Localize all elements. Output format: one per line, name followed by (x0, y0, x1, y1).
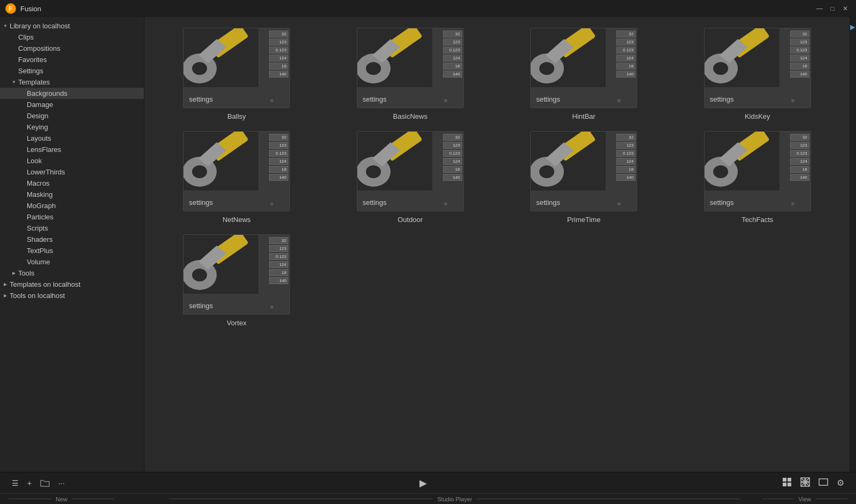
settings-button[interactable]: ⚙ (834, 476, 847, 490)
menu-button[interactable]: ☰ (9, 477, 22, 490)
thumb-settings-label-basicnews: settings (363, 95, 387, 103)
num-4-netnews: 18 (269, 166, 288, 173)
sidebar-label-keying: Keying (27, 123, 48, 131)
sidebar-item-favorites[interactable]: Favorites (0, 54, 144, 65)
num-0-outdoor: 32 (443, 134, 462, 141)
wrench-icon-basicnews (357, 28, 435, 90)
grid-item-hintbar[interactable]: 321230.12312418140settingsHintBar (502, 28, 666, 120)
thumb-ballsy: 321230.12312418140settings (183, 28, 290, 108)
thumb-numbers-outdoor: 321230.12312418140 (443, 134, 462, 181)
num-2-basicnews: 0.123 (443, 47, 462, 54)
scroll-right-arrow[interactable]: ► (849, 22, 856, 32)
num-1-techfacts: 123 (790, 142, 809, 149)
thumb-kidskey: 321230.12312418140settings (704, 28, 811, 108)
num-0-ballsy: 32 (269, 30, 288, 37)
sidebar-label-lensflares: LensFlares (27, 146, 61, 154)
maximize-button[interactable]: □ (827, 3, 838, 14)
num-4-outdoor: 18 (443, 166, 462, 173)
sidebar-label-look: Look (27, 157, 42, 165)
thumb-settings-label-vortex: settings (189, 302, 213, 310)
titlebar: F Fusion — □ ✕ (0, 0, 856, 17)
ellipsis-button[interactable]: ··· (55, 477, 68, 490)
sidebar-label-lowerthirds: LowerThirds (27, 168, 65, 176)
sidebar-label-particles: Particles (27, 213, 54, 221)
sidebar-item-tools-localhost[interactable]: ▶Tools on localhost (0, 290, 144, 301)
num-5-basicnews: 140 (443, 71, 462, 78)
grid-item-ballsy[interactable]: 321230.12312418140settingsBallsy (155, 28, 318, 120)
thumb-inner-primetime: 321230.12312418140settings (531, 132, 637, 211)
num-2-ballsy: 0.123 (269, 47, 288, 54)
thumb-dot-vortex (270, 306, 273, 309)
sidebar-item-clips[interactable]: Clips (0, 32, 144, 43)
sidebar-item-keying[interactable]: Keying (0, 121, 144, 133)
window-view-button[interactable] (815, 475, 831, 491)
svg-text:F: F (9, 6, 12, 12)
thumb-settings-label-outdoor: settings (363, 198, 387, 207)
sidebar-item-lowerthirds[interactable]: LowerThirds (0, 166, 144, 178)
cross-view-button[interactable] (797, 475, 813, 491)
sidebar-item-particles[interactable]: Particles (0, 211, 144, 223)
sidebar-item-shaders[interactable]: Shaders (0, 234, 144, 245)
sidebar-item-library-localhost[interactable]: ▼Library on localhost (0, 20, 144, 32)
num-3-outdoor: 124 (443, 158, 462, 165)
sidebar-item-lensflares[interactable]: LensFlares (0, 144, 144, 155)
sidebar-item-compositions[interactable]: Compositions (0, 43, 144, 54)
thumb-numbers-primetime: 321230.12312418140 (616, 134, 636, 181)
sidebar-item-templates-localhost[interactable]: ▶Templates on localhost (0, 279, 144, 290)
sidebar-item-design[interactable]: Design (0, 110, 144, 121)
close-button[interactable]: ✕ (840, 3, 851, 14)
num-1-ballsy: 123 (269, 39, 288, 45)
sidebar-item-backgrounds[interactable]: Backgrounds (0, 88, 144, 99)
svg-point-35 (539, 165, 554, 178)
sidebar-item-textplus[interactable]: TextPlus (0, 245, 144, 256)
grid-item-techfacts[interactable]: 321230.12312418140settingsTechFacts (676, 131, 839, 224)
arrow-icon-tools-localhost: ▶ (2, 293, 9, 298)
sidebar-item-macros[interactable]: Macros (0, 178, 144, 189)
grid-item-outdoor[interactable]: 321230.12312418140settingsOutdoor (329, 131, 492, 224)
new-left-divider (9, 499, 51, 499)
play-button[interactable]: ▶ (411, 475, 435, 491)
bottom-center-controls: ▶ (68, 475, 779, 491)
sidebar-item-look[interactable]: Look (0, 155, 144, 166)
sidebar-item-mograph[interactable]: MoGraph (0, 200, 144, 211)
thumb-vortex: 321230.12312418140settings (183, 234, 290, 315)
num-4-ballsy: 18 (269, 63, 288, 70)
sidebar-item-masking[interactable]: Masking (0, 189, 144, 200)
grid-item-basicnews[interactable]: 321230.12312418140settingsBasicNews (329, 28, 492, 120)
svg-point-25 (192, 165, 207, 178)
sidebar-label-templates-localhost: Templates on localhost (10, 280, 80, 288)
sidebar-item-scripts[interactable]: Scripts (0, 223, 144, 234)
thumb-outdoor: 321230.12312418140settings (357, 131, 464, 211)
thumb-dot-ballsy (270, 99, 273, 102)
grid-item-netnews[interactable]: 321230.12312418140settingsNetNews (155, 131, 318, 224)
num-4-vortex: 18 (269, 269, 288, 276)
num-3-netnews: 124 (269, 158, 288, 165)
sidebar-label-masking: Masking (27, 190, 52, 198)
grid-item-kidskey[interactable]: 321230.12312418140settingsKidsKey (676, 28, 839, 120)
num-5-vortex: 140 (269, 277, 288, 284)
sidebar-item-templates[interactable]: ▼Templates (0, 77, 144, 88)
studio-right-divider (477, 499, 740, 499)
folder-button[interactable] (37, 477, 53, 490)
thumb-dot-hintbar (617, 99, 621, 102)
thumb-dot-techfacts (791, 202, 794, 205)
sidebar-item-tools[interactable]: ▶Tools (0, 268, 144, 279)
sidebar-item-volume[interactable]: Volume (0, 256, 144, 268)
view-section-label: View (740, 496, 847, 502)
sidebar-item-layouts[interactable]: Layouts (0, 133, 144, 144)
num-3-primetime: 124 (616, 158, 636, 165)
bottombar-labels: New Studio Player View (0, 493, 856, 504)
svg-rect-48 (788, 478, 791, 482)
sidebar-item-damage[interactable]: Damage (0, 99, 144, 110)
minimize-button[interactable]: — (814, 3, 825, 14)
thumb-numbers-hintbar: 321230.12312418140 (616, 30, 636, 78)
grid-item-vortex[interactable]: 321230.12312418140settingsVortex (155, 234, 318, 327)
label-row: New Studio Player View (9, 496, 847, 502)
grid-item-primetime[interactable]: 321230.12312418140settingsPrimeTime (502, 131, 666, 224)
view-label: View (798, 496, 811, 502)
wrench-icon-techfacts (705, 132, 782, 193)
sidebar-resize-handle[interactable] (142, 17, 144, 472)
add-button[interactable]: + (24, 477, 35, 490)
sidebar-item-settings[interactable]: Settings (0, 65, 144, 77)
grid-view-button[interactable] (779, 475, 795, 491)
